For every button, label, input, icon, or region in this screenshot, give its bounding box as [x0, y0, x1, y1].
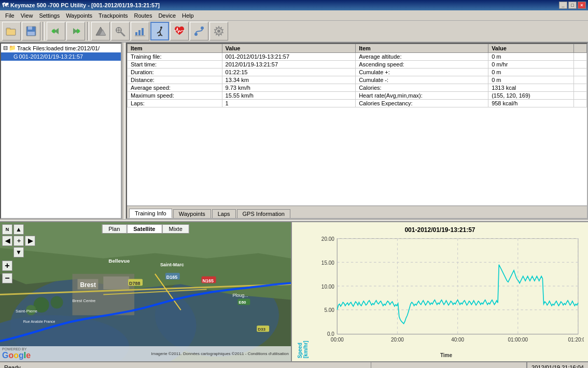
tree-root[interactable]: ⊟ 📁 Track Files:loaded time:2012/01/ [1, 44, 121, 52]
table-cell: 1313 kcal [488, 84, 574, 92]
table-cell-extra [574, 69, 587, 76]
table-cell: Heart rate(Avg,min,max): [356, 92, 488, 100]
resize-handle-horizontal[interactable] [122, 43, 125, 219]
table-cell-extra [574, 92, 587, 100]
map-view-mixte[interactable]: Mixte [162, 224, 189, 234]
title-text: 🗺 Keymaze 500 -700 PC Utility - [001-201… [2, 2, 160, 9]
menu-help[interactable]: Help [179, 11, 197, 20]
map-right-btn[interactable]: ▶ [25, 236, 35, 246]
toolbar-sep-1 [43, 22, 45, 40]
map-zoom-in-btn[interactable]: + [2, 261, 12, 271]
svg-text:10.00: 10.00 [321, 284, 334, 290]
svg-text:Saint-Marc: Saint-Marc [160, 262, 184, 267]
file-tree[interactable]: ⊟ 📁 Track Files:loaded time:2012/01/ G 0… [0, 43, 122, 219]
table-cell: 9.73 km/h [222, 84, 356, 92]
table-cell: Average altitude: [356, 53, 488, 61]
table-cell-extra [574, 76, 587, 84]
close-btn[interactable]: × [578, 2, 586, 9]
map-north-btn[interactable]: N [2, 224, 12, 235]
map-controls: N ▲ ◀ ✛ ▶ ▼ + − [2, 224, 35, 283]
info-panel: Item Value Item Value Training file:001-… [126, 43, 588, 219]
svg-text:D788: D788 [129, 281, 140, 286]
menu-device[interactable]: Device [155, 11, 179, 20]
menu-file[interactable]: File [2, 11, 18, 20]
toolbar-sep-2 [87, 22, 89, 40]
svg-text:Rue Anatole France: Rue Anatole France [23, 320, 55, 323]
map-footer: POWERED BY Google Imagerie ©2011. Donnée… [0, 346, 291, 361]
table-cell: Calories: [356, 84, 488, 92]
chart-container: Speed[km/hr] [296, 236, 584, 358]
menu-trackpoints[interactable]: Trackpoints [95, 11, 131, 20]
route-btn[interactable] [190, 22, 208, 40]
forward-btn[interactable] [66, 22, 85, 40]
tab-laps[interactable]: Laps [212, 209, 236, 218]
map-center-btn[interactable]: ✛ [13, 236, 24, 246]
expand-icon: ⊟ [3, 45, 8, 51]
run-btn[interactable] [150, 22, 169, 40]
menu-settings[interactable]: Settings [36, 11, 63, 20]
svg-text:E60: E60 [239, 300, 246, 305]
bottom-section: Bellevue Saint-Marc Brest Saint-Pierre B… [0, 221, 588, 361]
menu-routes[interactable]: Routes [131, 11, 156, 20]
map-up-btn[interactable]: ▲ [13, 224, 24, 235]
back-btn[interactable] [47, 22, 65, 40]
toolbar [0, 21, 588, 43]
minimize-btn[interactable]: _ [559, 2, 567, 9]
table-cell: Calories Expectancy: [356, 100, 488, 107]
svg-marker-11 [77, 29, 80, 34]
x-axis-label: Time [309, 352, 584, 358]
table-row: Training file:001-2012/01/19-13:21:57Ave… [128, 53, 587, 61]
svg-text:20.00: 20.00 [321, 236, 334, 242]
menu-waypoints[interactable]: Waypoints [63, 11, 95, 20]
svg-text:15.00: 15.00 [321, 260, 334, 266]
maximize-btn[interactable]: □ [568, 2, 577, 9]
table-cell-extra [574, 61, 587, 69]
table-row: Laps:1Calories Expectancy:958 kcal/h [128, 100, 587, 107]
svg-text:40:00: 40:00 [451, 337, 464, 343]
settings-btn[interactable] [209, 22, 228, 40]
tree-item-label: 001-2012/01/19-13:21:57 [19, 53, 83, 60]
table-cell: 001-2012/01/19-13:21:57 [222, 53, 356, 61]
table-cell: 0 m [488, 76, 574, 84]
svg-rect-18 [135, 32, 137, 35]
save-btn[interactable] [22, 22, 40, 40]
col-item2: Item [356, 44, 488, 53]
title-bar: 🗺 Keymaze 500 -700 PC Utility - [001-201… [0, 0, 588, 10]
map-view-buttons: Plan Satellite Mixte [102, 224, 189, 234]
table-cell: Average speed: [128, 84, 222, 92]
window-title: Keymaze 500 -700 PC Utility - [001-2012/… [10, 2, 160, 8]
map-view-satellite[interactable]: Satellite [127, 224, 162, 234]
map-view-plan[interactable]: Plan [102, 224, 127, 234]
svg-marker-8 [51, 29, 54, 34]
svg-text:Ploug...: Ploug... [232, 293, 248, 298]
menu-view[interactable]: View [18, 11, 36, 20]
tree-item-1[interactable]: G 001-2012/01/19-13:21:57 [1, 52, 121, 61]
svg-text:0.0: 0.0 [327, 331, 334, 337]
open-file-btn[interactable] [2, 22, 21, 40]
table-cell: 0 m [488, 69, 574, 76]
map-left-btn[interactable]: ◀ [2, 236, 12, 246]
map-down-btn[interactable]: ▼ [13, 247, 24, 257]
svg-text:5.00: 5.00 [324, 307, 334, 313]
svg-rect-5 [27, 32, 35, 35]
tab-bar: Training Info Waypoints Laps GPS Informa… [127, 206, 587, 218]
svg-rect-39 [103, 277, 129, 290]
map-zoom-out-btn[interactable]: − [2, 273, 12, 283]
map-area: Bellevue Saint-Marc Brest Saint-Pierre B… [0, 222, 292, 361]
svg-text:D165: D165 [166, 275, 177, 280]
tab-gps-information[interactable]: GPS Information [237, 209, 290, 218]
tab-training-info[interactable]: Training Info [129, 209, 172, 218]
heart-btn[interactable] [170, 22, 189, 40]
tab-waypoints[interactable]: Waypoints [173, 209, 211, 218]
status-datetime: 2012/01/19 21:16:04 [527, 362, 588, 368]
chart-btn[interactable] [131, 22, 149, 40]
svg-rect-2 [7, 30, 15, 35]
svg-text:Bellevue: Bellevue [108, 258, 130, 264]
svg-text:00:00: 00:00 [331, 337, 344, 343]
svg-line-15 [121, 32, 124, 36]
mountain-btn[interactable] [91, 22, 110, 40]
tools-btn[interactable] [111, 22, 130, 40]
svg-text:D33: D33 [258, 327, 265, 332]
table-cell: 13.34 km [222, 76, 356, 84]
table-cell: Maximum speed: [128, 92, 222, 100]
